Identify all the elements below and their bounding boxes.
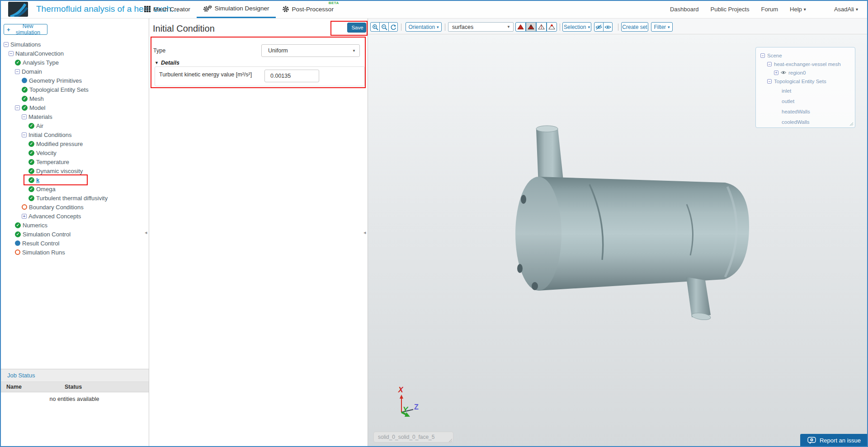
expand-icon[interactable]: + (774, 71, 778, 75)
filter-dropdown[interactable]: Filter ▾ (651, 22, 673, 32)
collapse-icon[interactable]: − (22, 132, 27, 137)
collapse-icon[interactable]: − (15, 69, 20, 74)
selection-dropdown[interactable]: Selection ▾ (562, 22, 591, 32)
simscale-logo-icon[interactable] (8, 2, 28, 17)
render-solid-wireframe-button[interactable] (526, 22, 536, 32)
tree-item-result-control[interactable]: Result Control (0, 239, 149, 248)
status-check-icon: ✓ (28, 168, 34, 174)
tree-item-air[interactable]: ✓Air (0, 121, 149, 130)
nav-item-dashboard[interactable]: Dashboard (670, 6, 699, 13)
tree-item-numerics[interactable]: ✓Numerics (0, 221, 149, 230)
beta-badge: BETA (329, 1, 339, 5)
status-check-icon: ✓ (15, 231, 21, 237)
nav-item-help[interactable]: Help▾ (790, 6, 806, 13)
type-field-label: Type (153, 47, 165, 54)
tree-item-label: Numerics (23, 222, 47, 229)
tree-item-domain[interactable]: −Domain (0, 67, 149, 76)
collapse-icon[interactable]: − (767, 62, 772, 66)
status-dot-icon (15, 240, 20, 246)
toolbar-separator (618, 24, 618, 31)
render-wireframe-button[interactable] (536, 22, 547, 32)
tree-item-temperature[interactable]: ✓Temperature (0, 157, 149, 166)
save-label: Save (351, 25, 363, 30)
tree-item-boundary-conditions[interactable]: Boundary Conditions (0, 202, 149, 212)
scene-item-outlet[interactable]: outlet (756, 96, 855, 106)
tree-item-turbulent-thermal-diffusivity[interactable]: ✓Turbulent thermal diffusivity (0, 193, 149, 202)
scene-item-label: cooledWalls (782, 119, 810, 125)
scene-item-label: Topological Entity Sets (774, 79, 826, 84)
sidebar-collapse-handle[interactable]: ◂ (145, 229, 147, 235)
save-button[interactable]: Save (347, 23, 366, 33)
tree-item-simulations[interactable]: −Simulations (0, 40, 149, 49)
type-select-value: Uniform (268, 47, 288, 54)
scene-item-topological-entity-sets[interactable]: −Topological Entity Sets (756, 77, 855, 85)
tab-mesh-creator[interactable]: Mesh Creator (138, 0, 197, 18)
scene-item-inlet[interactable]: inlet (756, 85, 855, 96)
collapse-icon[interactable]: − (4, 42, 9, 47)
nav-item-asadali[interactable]: AsadAli▾ (834, 6, 858, 13)
details-section-toggle[interactable]: ▼ Details (155, 60, 179, 66)
resize-handle-icon[interactable] (849, 122, 854, 126)
orientation-dropdown[interactable]: Orientation ▾ (406, 22, 442, 32)
selected-face-input[interactable] (373, 432, 453, 442)
tree-item-topological-entity-sets[interactable]: ✓Topological Entity Sets (0, 85, 149, 94)
render-mode-select[interactable]: surfaces ▼ (448, 22, 514, 32)
scene-item-scene[interactable]: −Scene (756, 51, 855, 60)
collapse-icon[interactable]: − (760, 53, 765, 58)
tree-item-naturalconvection[interactable]: −NaturalConvection (0, 49, 149, 58)
scene-item-region0[interactable]: +region0 (756, 68, 855, 77)
tree-item-geometry-primitives[interactable]: Geometry Primitives (0, 76, 149, 85)
panel-collapse-handle[interactable]: ◂ (363, 229, 366, 235)
create-set-label: Create set (622, 24, 647, 30)
visibility-eye-icon[interactable] (781, 71, 786, 75)
status-check-icon: ✓ (28, 150, 34, 156)
collapse-icon[interactable]: − (15, 105, 20, 110)
tab-post-processor[interactable]: Post-Processor BETA (276, 0, 340, 18)
nav-item-forum[interactable]: Forum (761, 6, 778, 13)
tree-item-simulation-control[interactable]: ✓Simulation Control (0, 230, 149, 239)
collapse-icon[interactable]: − (9, 51, 14, 56)
tree-item-advanced-concepts[interactable]: +Advanced Concepts (0, 212, 149, 221)
tree-item-dynamic-viscosity[interactable]: ✓Dynamic viscosity (0, 166, 149, 175)
tree-item-simulation-runs[interactable]: Simulation Runs (0, 248, 149, 257)
expand-icon[interactable]: + (22, 214, 27, 219)
zoom-out-button[interactable] (379, 22, 389, 32)
report-issue-button[interactable]: Report an issue (800, 434, 868, 447)
refresh-view-button[interactable] (388, 22, 398, 32)
scene-item-heatedwalls[interactable]: heatedWalls (756, 106, 855, 117)
tree-item-omega[interactable]: ✓Omega (0, 184, 149, 193)
scene-item-heat-exchanger-vessel-mesh[interactable]: −heat-exchanger-vessel mesh (756, 60, 855, 68)
nav-item-public-projects[interactable]: Public Projects (711, 6, 750, 13)
show-selected-button[interactable] (603, 22, 613, 32)
page-title: Initial Condition (153, 24, 215, 34)
tree-item-label: k (36, 177, 39, 184)
feedback-eye-icon (807, 437, 816, 444)
create-set-button[interactable]: Create set (621, 22, 648, 32)
collapse-icon[interactable]: − (22, 114, 27, 119)
tree-item-modified-pressure[interactable]: ✓Modified pressure (0, 139, 149, 148)
turbulent-kinetic-energy-input[interactable] (264, 70, 319, 82)
new-simulation-button[interactable]: + New simulation (4, 24, 47, 35)
render-points-button[interactable] (547, 22, 557, 32)
tree-item-analysis-type[interactable]: ✓Analysis Type (0, 58, 149, 67)
tree-item-mesh[interactable]: ✓Mesh (0, 94, 149, 103)
tree-item-k[interactable]: ✓k (0, 175, 149, 184)
collapse-icon[interactable]: − (767, 79, 772, 84)
tree-item-label: Temperature (36, 159, 69, 165)
hide-selected-button[interactable] (594, 22, 604, 32)
tab-simulation-designer[interactable]: Simulation Designer (197, 0, 276, 18)
top-bar: Thermofluid analysis of a heat exch... M… (0, 0, 868, 19)
tree-item-model[interactable]: −✓Model (0, 103, 149, 112)
tab-label: Simulation Designer (215, 5, 269, 12)
simscale-workbench: Thermofluid analysis of a heat exch... M… (0, 0, 868, 447)
render-solid-button[interactable] (515, 22, 526, 32)
tree-item-initial-conditions[interactable]: −Initial Conditions (0, 130, 149, 139)
zoom-in-button[interactable] (370, 22, 380, 32)
type-select[interactable]: Uniform ▼ (261, 44, 360, 57)
tree-item-materials[interactable]: −Materials (0, 112, 149, 121)
tree-item-velocity[interactable]: ✓Velocity (0, 148, 149, 157)
nav-label: Public Projects (711, 6, 750, 13)
scene-item-cooledwalls[interactable]: cooledWalls (756, 117, 855, 127)
details-label: Details (161, 60, 179, 66)
tree-item-label: Result Control (22, 240, 59, 247)
